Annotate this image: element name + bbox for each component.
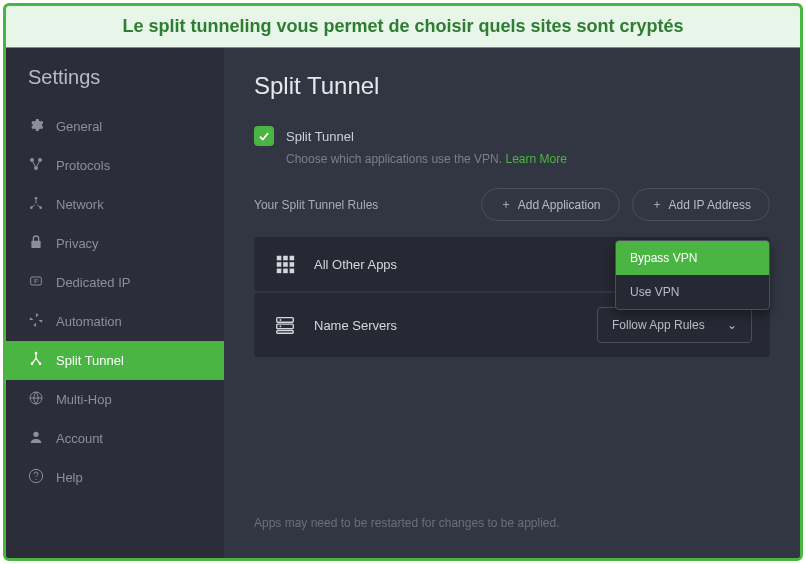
- help-icon: [28, 468, 44, 487]
- svg-rect-23: [290, 269, 295, 274]
- sidebar-item-network[interactable]: Network: [6, 185, 224, 224]
- servers-icon: [272, 312, 298, 338]
- automation-icon: [28, 312, 44, 331]
- svg-rect-18: [277, 262, 282, 267]
- lock-icon: [28, 234, 44, 253]
- dropdown-option-bypass-vpn[interactable]: Bypass VPN: [616, 241, 769, 275]
- rules-label: Your Split Tunnel Rules: [254, 198, 378, 212]
- account-icon: [28, 429, 44, 448]
- sidebar-item-label: Help: [56, 470, 83, 485]
- vpn-mode-dropdown-menu: Bypass VPN Use VPN: [615, 240, 770, 310]
- protocols-icon: [28, 156, 44, 175]
- page-title: Split Tunnel: [254, 72, 770, 100]
- network-icon: [28, 195, 44, 214]
- sidebar-item-label: Protocols: [56, 158, 110, 173]
- svg-rect-17: [290, 256, 295, 261]
- add-application-button[interactable]: ＋ Add Application: [481, 188, 620, 221]
- svg-point-10: [39, 362, 42, 365]
- sidebar-item-general[interactable]: General: [6, 107, 224, 146]
- sidebar-item-automation[interactable]: Automation: [6, 302, 224, 341]
- svg-point-3: [35, 197, 38, 200]
- main-panel: Split Tunnel Split Tunnel Choose which a…: [224, 48, 800, 558]
- check-icon: [257, 129, 271, 143]
- sidebar-item-privacy[interactable]: Privacy: [6, 224, 224, 263]
- sidebar-item-label: Network: [56, 197, 104, 212]
- svg-rect-25: [277, 324, 294, 329]
- rule-label: Name Servers: [314, 318, 581, 333]
- annotation-banner: Le split tunneling vous permet de choisi…: [6, 6, 800, 48]
- sidebar-item-label: Account: [56, 431, 103, 446]
- sidebar-item-label: Dedicated IP: [56, 275, 130, 290]
- follow-app-rules-dropdown[interactable]: Follow App Rules ⌄: [597, 307, 752, 343]
- svg-text:IP: IP: [33, 278, 38, 284]
- rule-label: All Other Apps: [314, 257, 581, 272]
- svg-point-2: [34, 166, 38, 170]
- svg-point-0: [30, 158, 34, 162]
- helper-text: Choose which applications use the VPN. L…: [286, 152, 770, 166]
- sidebar-item-account[interactable]: Account: [6, 419, 224, 458]
- svg-rect-19: [283, 262, 288, 267]
- plus-icon: ＋: [500, 196, 512, 213]
- svg-rect-24: [277, 318, 294, 323]
- svg-point-14: [35, 479, 36, 480]
- gear-icon: [28, 117, 44, 136]
- sidebar-item-label: General: [56, 119, 102, 134]
- svg-point-28: [280, 325, 282, 327]
- chevron-down-icon: ⌄: [727, 318, 737, 332]
- checkbox-label: Split Tunnel: [286, 129, 354, 144]
- svg-point-9: [31, 362, 34, 365]
- sidebar-item-label: Split Tunnel: [56, 353, 124, 368]
- dropdown-option-use-vpn[interactable]: Use VPN: [616, 275, 769, 309]
- svg-rect-22: [283, 269, 288, 274]
- apps-grid-icon: [272, 251, 298, 277]
- sidebar-item-split-tunnel[interactable]: Split Tunnel: [6, 341, 224, 380]
- split-tunnel-icon: [28, 351, 44, 370]
- sidebar-item-help[interactable]: Help: [6, 458, 224, 497]
- svg-point-12: [33, 432, 38, 437]
- sidebar-item-label: Privacy: [56, 236, 99, 251]
- ip-icon: IP: [28, 273, 44, 292]
- svg-rect-20: [290, 262, 295, 267]
- svg-point-8: [35, 352, 38, 355]
- plus-icon: ＋: [651, 196, 663, 213]
- sidebar-item-label: Multi-Hop: [56, 392, 112, 407]
- sidebar-title: Settings: [6, 66, 224, 107]
- sidebar-item-multi-hop[interactable]: Multi-Hop: [6, 380, 224, 419]
- svg-point-27: [280, 319, 282, 321]
- add-ip-address-button[interactable]: ＋ Add IP Address: [632, 188, 771, 221]
- multi-hop-icon: [28, 390, 44, 409]
- footer-note: Apps may need to be restarted for change…: [254, 516, 560, 530]
- sidebar: Settings General Protocols Network Priva…: [6, 48, 224, 558]
- sidebar-item-protocols[interactable]: Protocols: [6, 146, 224, 185]
- learn-more-link[interactable]: Learn More: [505, 152, 566, 166]
- split-tunnel-checkbox[interactable]: [254, 126, 274, 146]
- svg-rect-15: [277, 256, 282, 261]
- svg-point-1: [38, 158, 42, 162]
- sidebar-item-dedicated-ip[interactable]: IP Dedicated IP: [6, 263, 224, 302]
- svg-rect-26: [277, 331, 294, 334]
- sidebar-item-label: Automation: [56, 314, 122, 329]
- svg-rect-21: [277, 269, 282, 274]
- svg-rect-16: [283, 256, 288, 261]
